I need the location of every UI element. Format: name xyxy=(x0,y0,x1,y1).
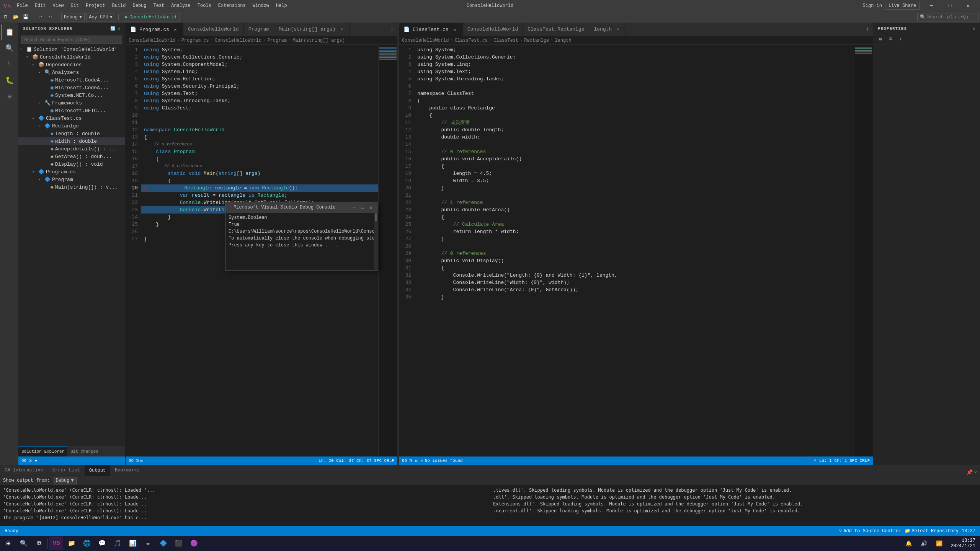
tree-dependencies[interactable]: ▸ 📦 Dependencies xyxy=(18,61,125,68)
tree-program[interactable]: ▾ 🔷 Program xyxy=(18,176,125,183)
menu-analyze[interactable]: Analyze xyxy=(168,2,193,9)
tab-error-list[interactable]: Error List xyxy=(48,465,85,476)
taskbar-wechat[interactable]: 💬 xyxy=(95,536,109,550)
sign-in-button[interactable]: Sign in xyxy=(863,3,882,8)
platform-dropdown[interactable]: Any CPU ▼ xyxy=(86,13,115,21)
right-code-content[interactable]: using System;using System.Collections.Ge… xyxy=(414,45,854,456)
tab-classtest-close[interactable]: ✕ xyxy=(452,26,458,33)
new-project-btn[interactable]: 🗒 xyxy=(2,13,10,21)
tab-output[interactable]: Output xyxy=(85,465,110,476)
tab-classtest-cs[interactable]: 📄 ClassTest.cs ✕ xyxy=(399,23,463,36)
tab-program[interactable]: Program xyxy=(244,23,274,36)
debug-minimize[interactable]: ─ xyxy=(350,204,358,211)
tree-project[interactable]: ▾ 📦 ConsoleHelloWorld xyxy=(18,53,125,61)
add-to-source-control[interactable]: ⑂ Add to Source Control xyxy=(838,528,903,534)
tree-length[interactable]: ◆ length : double xyxy=(18,130,125,137)
run-button[interactable]: ▶ ConsoleHelloWorld xyxy=(122,13,180,21)
menu-extensions[interactable]: Extensions xyxy=(215,2,249,9)
undo-btn[interactable]: ↩ xyxy=(36,13,45,21)
prop-close-btn[interactable]: ✕ xyxy=(972,26,975,31)
taskbar-music[interactable]: 🎵 xyxy=(111,536,124,550)
tree-display[interactable]: ◈ Display() : void xyxy=(18,160,125,168)
add-tab-right[interactable]: + xyxy=(862,23,873,36)
live-share-button[interactable]: Live Share xyxy=(885,2,920,10)
tab-right-consolehw[interactable]: ConsoleHelloWorld xyxy=(463,23,523,36)
tree-rectangle[interactable]: ▸ 🔷 Rectanlge xyxy=(18,122,125,130)
tree-analyzers[interactable]: ▸ 🔍 Analyzers xyxy=(18,68,125,76)
save-btn[interactable]: 💾 xyxy=(21,13,30,21)
tab-csharp-interactive[interactable]: C# Interactive xyxy=(0,465,48,476)
solution-explorer-tab[interactable]: Solution Explorer xyxy=(18,446,67,457)
tree-frameworks[interactable]: ▸ 🔧 Frameworks xyxy=(18,99,125,107)
menu-edit[interactable]: Edit xyxy=(32,2,49,9)
taskbar-browser[interactable]: 🌐 xyxy=(80,536,94,550)
git-changes-tab[interactable]: Git Changes xyxy=(67,446,101,457)
prop-events-btn[interactable]: ⚡ xyxy=(896,35,905,43)
taskbar-app2[interactable]: ⬛ xyxy=(172,536,186,550)
debug-close[interactable]: ✕ xyxy=(367,204,375,211)
menu-tools[interactable]: Tools xyxy=(194,2,214,9)
taskbar-wifi[interactable]: 📶 xyxy=(932,536,946,550)
debug-maximize[interactable]: □ xyxy=(359,204,366,211)
taskbar-explorer[interactable]: 📁 xyxy=(65,536,78,550)
tree-solution[interactable]: ▾ 📋 Solution 'ConsoleHelloWorld' xyxy=(18,46,125,53)
debug-scrollbar[interactable] xyxy=(374,213,378,270)
tab-program-cs-close[interactable]: ✕ xyxy=(172,26,178,33)
tree-codea2[interactable]: ◉ Microsoft.CodeA... xyxy=(18,84,125,91)
tree-getarea[interactable]: ◈ GetArea() : doub... xyxy=(18,153,125,160)
close-button[interactable]: ✕ xyxy=(959,0,977,11)
start-button[interactable]: ⊞ xyxy=(2,536,15,550)
right-zoom[interactable]: 99 % xyxy=(402,458,412,463)
menu-project[interactable]: Project xyxy=(83,2,108,9)
activity-explorer[interactable]: 📋 xyxy=(2,24,17,40)
tab-length-close[interactable]: ✕ xyxy=(615,26,621,33)
add-tab-left[interactable]: + xyxy=(387,23,397,36)
left-zoom[interactable]: 99 % xyxy=(129,458,139,463)
taskbar-pen[interactable]: ✏️ xyxy=(141,536,155,550)
restore-button[interactable]: □ xyxy=(941,0,959,11)
output-source-dropdown[interactable]: Debug ▼ xyxy=(53,477,76,484)
tab-classtest-rect[interactable]: ClassTest.Rectanlge xyxy=(523,23,589,36)
tree-width[interactable]: ◆ width : double xyxy=(18,137,125,145)
tab-length[interactable]: length ✕ xyxy=(589,23,626,36)
tree-netcore[interactable]: ◉ Microsoft.NETC... xyxy=(18,107,125,114)
menu-debug[interactable]: Debug xyxy=(129,2,149,9)
activity-git[interactable]: ⑂ xyxy=(2,57,17,72)
sidebar-close-btn[interactable]: ✕ xyxy=(118,26,121,31)
activity-debug[interactable]: 🐛 xyxy=(2,73,17,88)
status-ready[interactable]: Ready xyxy=(3,526,20,536)
tab-bookmarks[interactable]: Bookmarks xyxy=(110,465,144,476)
taskbar-vs-icon[interactable]: VS xyxy=(49,536,63,550)
tab-main[interactable]: Main(string[] args) ✕ xyxy=(274,23,350,36)
taskbar-office[interactable]: 📊 xyxy=(126,536,140,550)
tree-programcs[interactable]: ▾ 🔷 Program.cs xyxy=(18,168,125,176)
debug-mode-dropdown[interactable]: Debug ▼ xyxy=(61,13,85,21)
tab-consolehw[interactable]: ConsoleHelloWorld xyxy=(183,23,244,36)
activity-search[interactable]: 🔍 xyxy=(2,41,17,56)
menu-help[interactable]: Help xyxy=(273,2,290,9)
menu-window[interactable]: Window xyxy=(250,2,272,9)
taskbar-volume[interactable]: 🔊 xyxy=(917,536,931,550)
menu-test[interactable]: Test xyxy=(150,2,168,9)
tab-program-cs[interactable]: 📄 Program.cs ✕ xyxy=(126,23,183,36)
sidebar-sync-btn[interactable]: 🔄 xyxy=(110,26,116,31)
tree-systemnet[interactable]: ◉ System.NET.Co... xyxy=(18,91,125,99)
prop-grid-btn[interactable]: ⊞ xyxy=(876,35,885,43)
taskbar-app1[interactable]: 🔷 xyxy=(157,536,170,550)
taskbar-notifications[interactable]: 🔔 xyxy=(902,536,915,550)
select-repository[interactable]: 📁 Select Repository xyxy=(903,528,960,534)
menu-view[interactable]: View xyxy=(50,2,67,9)
tree-acceptdetails[interactable]: ◈ Acceptdetails() : ... xyxy=(18,145,125,153)
taskbar-app3[interactable]: 🟣 xyxy=(187,536,201,550)
search-box[interactable]: 🔍 Search (Ctrl+Q) xyxy=(917,13,978,21)
taskbar-search[interactable]: 🔍 xyxy=(17,536,31,550)
taskbar-task-view[interactable]: ⧉ xyxy=(32,536,46,550)
minimize-button[interactable]: ─ xyxy=(923,0,940,11)
menu-file[interactable]: File xyxy=(14,2,31,9)
prop-sort-btn[interactable]: ≡ xyxy=(886,35,895,43)
sidebar-search-input[interactable] xyxy=(21,36,122,44)
menu-git[interactable]: Git xyxy=(67,2,82,9)
open-btn[interactable]: 📂 xyxy=(11,13,20,21)
menu-build[interactable]: Build xyxy=(109,2,129,9)
tree-classtest[interactable]: ▸ 🔷 ClassTest.cs xyxy=(18,114,125,122)
